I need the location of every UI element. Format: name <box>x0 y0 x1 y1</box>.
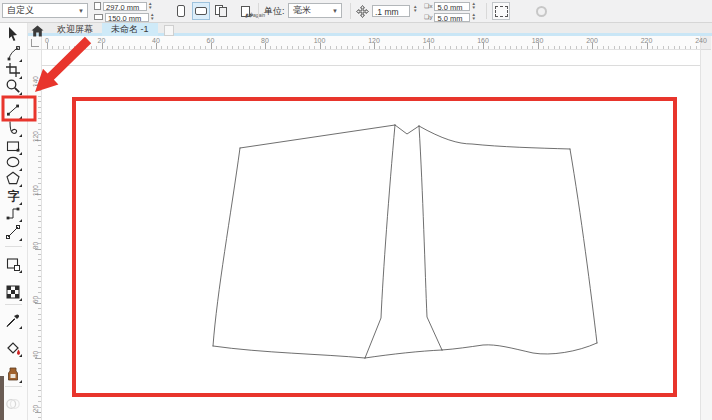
page-top-edge <box>42 65 700 66</box>
zoom-tool[interactable] <box>5 78 22 95</box>
nudge-spinner[interactable]: ▲▼ <box>413 5 417 13</box>
duplicate-x-field[interactable]: 5.0 mm <box>434 2 470 11</box>
polygon-tool[interactable] <box>5 170 22 187</box>
units-dropdown[interactable]: 毫米 ▼ <box>288 3 342 18</box>
smear-tool[interactable] <box>5 120 22 137</box>
v-ruler-label: 120 <box>32 129 39 143</box>
text-tool[interactable]: 字 <box>5 188 22 205</box>
page-size-block: 297.0 mm ▲▼ 150.0 mm ▲▼ <box>94 1 172 22</box>
home-icon[interactable] <box>31 23 44 35</box>
crop-tool[interactable] <box>5 62 22 79</box>
h-ruler-label: 40 <box>152 37 160 44</box>
h-ruler-label: 120 <box>368 37 380 44</box>
property-bar: 自定义 ▼ 297.0 mm ▲▼ 150.0 mm ▲▼ ▮�again 单位… <box>0 0 712 23</box>
toolbox: 字 <box>0 22 28 420</box>
horizontal-ruler[interactable]: 020406080100120140160180200220240 <box>42 36 700 50</box>
vertical-ruler[interactable]: 14012010080604020 <box>28 50 42 420</box>
outline-tool[interactable] <box>5 366 22 383</box>
v-ruler-label: 20 <box>32 402 39 416</box>
transparency-tool <box>5 396 22 413</box>
duplicate-x-icon: ❏x <box>424 4 432 9</box>
h-ruler-label: 240 <box>695 37 707 44</box>
shape-icon <box>5 45 21 61</box>
landscape-button[interactable] <box>192 2 210 20</box>
chevron-down-icon: ▼ <box>78 8 84 14</box>
shape-tool[interactable] <box>5 45 22 62</box>
text-tool-glyph: 字 <box>5 188 22 204</box>
pick-tool[interactable] <box>5 26 22 43</box>
pick-icon <box>5 26 21 42</box>
v-ruler-label: 140 <box>32 75 39 89</box>
treat-as-filled-button[interactable] <box>492 2 510 20</box>
coreldraw-window: 自定义 ▼ 297.0 mm ▲▼ 150.0 mm ▲▼ ▮�again 单位… <box>0 0 712 420</box>
rectangle-tool[interactable] <box>5 138 22 155</box>
dimension-tool[interactable] <box>5 224 22 241</box>
units-label: 单位: <box>264 5 285 18</box>
ink-icon <box>5 366 21 382</box>
ellipse-icon <box>5 154 21 170</box>
page-preset-value: 自定义 <box>7 4 34 17</box>
page-width-spinner[interactable]: ▲▼ <box>148 2 152 10</box>
disabled-ring-button <box>532 2 550 20</box>
h-ruler-label: 0 <box>45 37 49 44</box>
h-ruler-label: 160 <box>477 37 489 44</box>
units-value: 毫米 <box>293 4 311 17</box>
rect-icon <box>5 138 21 154</box>
smear-icon <box>5 120 21 136</box>
duplicate-y-spinner[interactable]: ▲▼ <box>471 13 475 21</box>
transparency-icon <box>5 396 21 412</box>
smart-fill-tool[interactable] <box>5 340 22 357</box>
v-ruler-label: 80 <box>32 238 39 252</box>
new-document-icon[interactable] <box>164 25 174 36</box>
h-ruler-label: 60 <box>207 37 215 44</box>
dimension-icon <box>5 224 21 240</box>
nudge-offset-icon <box>356 4 369 22</box>
v-ruler-label: 60 <box>32 293 39 307</box>
apply-all-pages-button[interactable] <box>216 2 234 20</box>
freehand-tool[interactable] <box>5 102 22 119</box>
connector-icon <box>5 205 21 221</box>
h-ruler-label: 100 <box>314 37 326 44</box>
document-tab-1[interactable]: 未命名 -1 <box>102 22 158 36</box>
nudge-distance-field[interactable]: .1 mm <box>372 5 410 17</box>
document-tab-bar: 欢迎屏幕未命名 -1 <box>28 22 712 36</box>
connector-tool[interactable] <box>5 205 22 222</box>
v-ruler-label: 40 <box>32 347 39 361</box>
duplicate-x-spinner[interactable]: ▲▼ <box>471 2 475 10</box>
portrait-button[interactable] <box>172 2 190 20</box>
h-ruler-label: 180 <box>532 37 544 44</box>
polygon-icon <box>5 170 21 186</box>
bucket-icon <box>5 340 21 356</box>
zoom-icon <box>5 78 21 94</box>
h-ruler-label: 200 <box>586 37 598 44</box>
window-edge <box>0 376 4 420</box>
mesh-icon <box>5 284 21 300</box>
ruler-origin[interactable] <box>28 36 42 50</box>
vertical-scrollbar[interactable] <box>700 36 712 420</box>
duplicate-y-field[interactable]: 5.0 mm <box>434 13 470 22</box>
toolbox-separator <box>5 304 22 305</box>
crop-icon <box>5 62 21 78</box>
page-height-spinner[interactable]: ▲▼ <box>150 13 154 21</box>
toolbox-separator <box>5 246 22 247</box>
document-tab-0[interactable]: 欢迎屏幕 <box>48 22 102 36</box>
drawing-canvas[interactable] <box>42 50 700 420</box>
mesh-fill-tool[interactable] <box>5 284 22 301</box>
ellipse-tool[interactable] <box>5 154 22 171</box>
toolbox-separator <box>5 386 22 387</box>
apply-current-page-button[interactable]: ▮�again <box>236 2 254 20</box>
page-width-field[interactable]: 297.0 mm <box>103 2 147 11</box>
freehand-icon <box>5 102 21 118</box>
h-ruler-label: 80 <box>261 37 269 44</box>
h-ruler-label: 20 <box>98 37 106 44</box>
interactive-fill-tool[interactable] <box>5 256 22 273</box>
chevron-down-icon: ▼ <box>332 8 338 14</box>
page-preset-dropdown[interactable]: 自定义 ▼ <box>2 3 88 18</box>
page-height-icon <box>94 14 103 20</box>
tab-list: 欢迎屏幕未命名 -1 <box>48 22 158 36</box>
page-height-field[interactable]: 150.0 mm <box>105 13 149 22</box>
page-width-icon <box>94 2 101 10</box>
duplicate-y-icon: ❏y <box>424 15 432 20</box>
dropper-icon <box>5 312 21 328</box>
eyedropper-tool[interactable] <box>5 312 22 329</box>
